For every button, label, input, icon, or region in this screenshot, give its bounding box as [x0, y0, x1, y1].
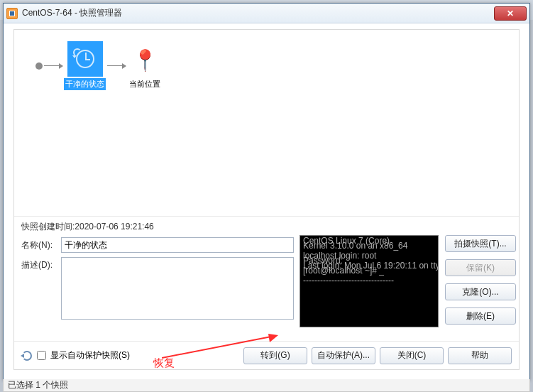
clone-button[interactable]: 克隆(O)...	[445, 283, 516, 300]
goto-button[interactable]: 转到(G)	[243, 347, 307, 364]
refresh-icon[interactable]	[21, 350, 33, 361]
side-buttons: 拍摄快照(T)... 保留(K) 克隆(O)... 删除(E)	[445, 235, 516, 325]
autoprotect-button[interactable]: 自动保护(A)...	[312, 347, 375, 364]
content-pane: 干净的状态 📍 当前位置 快照创建时间:2020-07-06 19:21:46 …	[13, 29, 520, 370]
timeline: 干净的状态 📍 当前位置	[35, 41, 163, 90]
help-button[interactable]: 帮助	[448, 347, 512, 364]
name-label: 名称(N):	[21, 237, 61, 251]
arrow-icon	[44, 65, 62, 66]
snapshot-tile[interactable]	[67, 41, 103, 77]
bottom-bar: 显示自动保护快照(S) 转到(G) 自动保护(A)... 关闭(C) 帮助	[14, 341, 519, 369]
status-text: 已选择 1 个快照	[8, 379, 68, 391]
status-bar: 已选择 1 个快照	[3, 379, 530, 392]
title-bar[interactable]: CentOS-7-64 - 快照管理器 ✕	[4, 4, 529, 23]
pin-icon: 📍	[133, 48, 158, 72]
details-panel: 快照创建时间:2020-07-06 19:21:46 名称(N): 描述(D):…	[14, 216, 519, 339]
clock-icon	[76, 50, 94, 68]
desc-textarea[interactable]	[61, 257, 294, 320]
created-label: 快照创建时间:	[21, 222, 75, 232]
app-icon	[6, 8, 18, 19]
snapshot-manager-window: CentOS-7-64 - 快照管理器 ✕ 干净的状态 📍	[3, 3, 530, 381]
take-snapshot-button[interactable]: 拍摄快照(T)...	[445, 235, 516, 252]
snapshot-label: 干净的状态	[64, 78, 106, 90]
created-time: 快照创建时间:2020-07-06 19:21:46	[21, 221, 512, 233]
snapshot-thumbnail: CentOS Linux 7 (Core) Kernel 3.10.0 on a…	[300, 235, 439, 327]
current-position-item[interactable]: 📍 当前位置	[127, 42, 163, 89]
desc-label: 描述(D):	[21, 257, 61, 271]
snapshot-item[interactable]: 干净的状态	[64, 41, 106, 90]
name-input[interactable]	[61, 237, 294, 253]
show-autoprotect-checkbox[interactable]	[37, 351, 46, 360]
delete-button[interactable]: 删除(E)	[445, 307, 516, 325]
thumbnail-console-text: CentOS Linux 7 (Core) Kernel 3.10.0 on a…	[303, 239, 435, 288]
window-title: CentOS-7-64 - 快照管理器	[22, 7, 122, 19]
snapshot-timeline-area[interactable]: 干净的状态 📍 当前位置	[14, 30, 519, 216]
close-button[interactable]: 关闭(C)	[380, 347, 444, 364]
current-tile[interactable]: 📍	[127, 42, 163, 77]
close-window-button[interactable]: ✕	[494, 6, 527, 21]
keep-button: 保留(K)	[445, 259, 516, 276]
timeline-start-dot	[35, 62, 43, 70]
current-label: 当前位置	[129, 79, 160, 89]
arrow-icon	[107, 65, 126, 66]
show-autoprotect-label: 显示自动保护快照(S)	[50, 349, 130, 361]
created-value: 2020-07-06 19:21:46	[75, 222, 153, 232]
